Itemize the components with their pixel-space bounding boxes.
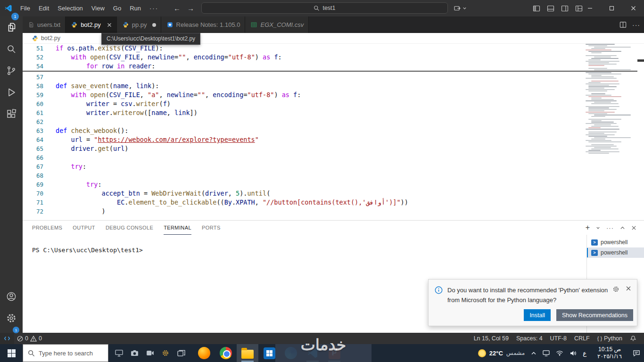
settings-gear-icon[interactable] <box>0 307 23 329</box>
indentation[interactable]: Spaces: 4 <box>513 333 545 344</box>
code-line-52[interactable]: 52 with open(CSV_FILE, newline="", encod… <box>23 53 585 62</box>
run-debug-icon[interactable] <box>0 82 23 103</box>
code-line-72[interactable]: 72 ) <box>23 207 585 216</box>
maximize-button[interactable] <box>601 0 622 16</box>
panel-close-icon[interactable] <box>631 225 636 230</box>
tab-Release Notes: 1.105.0[interactable]: Release Notes: 1.105.0 <box>161 16 246 33</box>
file-explorer-icon[interactable] <box>237 344 258 362</box>
tools-gear-icon[interactable] <box>160 347 171 359</box>
code-line-63[interactable]: 63def check_webook(): <box>23 126 585 135</box>
code-line-54[interactable]: 54 for row in reader: <box>23 62 585 71</box>
source-control-icon[interactable] <box>0 60 23 82</box>
nav-forward-icon[interactable]: → <box>187 4 194 12</box>
code-line-67[interactable]: 67 try: <box>23 162 585 171</box>
settings-badge: 1 <box>13 327 19 333</box>
menu-overflow[interactable]: ··· <box>145 0 163 16</box>
code-line-51[interactable]: 51if os.path.exists(CSV_FILE): <box>23 44 585 53</box>
code-line-60[interactable]: 60 writer = csv.writer(f) <box>23 99 585 108</box>
video-recorder-icon[interactable] <box>144 347 156 359</box>
layout-sidebar-left-icon[interactable] <box>533 5 540 12</box>
line-number: 59 <box>23 90 43 99</box>
code-line-65[interactable]: 65 driver.get(url) <box>23 144 585 153</box>
terminal-instance[interactable]: >powershell <box>587 237 644 247</box>
code-line-69[interactable]: 69 try: <box>23 180 585 189</box>
task-view-icon[interactable] <box>175 347 187 359</box>
menu-selection[interactable]: Selection <box>53 0 87 16</box>
minimize-button[interactable] <box>579 0 601 16</box>
session-icon[interactable] <box>454 5 461 12</box>
chrome-icon[interactable] <box>215 344 237 362</box>
camera-icon[interactable] <box>129 347 140 359</box>
tab-bot2.py[interactable]: bot2.py <box>66 16 117 33</box>
code-line-62[interactable]: 62 <box>23 117 585 126</box>
weather-widget[interactable]: 22°C مشمس <box>478 349 525 357</box>
accounts-icon[interactable] <box>0 286 23 307</box>
tray-volume-icon[interactable] <box>570 350 577 356</box>
menu-edit[interactable]: Edit <box>34 0 53 16</box>
search-sidebar-icon[interactable] <box>0 38 23 60</box>
language-mode[interactable]: { }Python <box>594 333 625 344</box>
minimap[interactable] <box>586 44 637 159</box>
cursor-position[interactable]: Ln 15, Col 59 <box>471 333 512 344</box>
tab-users.txt[interactable]: users.txt <box>23 16 66 33</box>
menu-file[interactable]: File <box>16 0 34 16</box>
menu-go[interactable]: Go <box>109 0 125 16</box>
tray-display-icon[interactable] <box>543 350 550 356</box>
explorer-icon[interactable] <box>0 16 23 38</box>
tab-EGX_COMI.csv[interactable]: EGX_COMI.csv <box>245 16 309 33</box>
problems-status[interactable]: 0 0 <box>14 333 45 344</box>
notification-close-icon[interactable] <box>626 286 631 293</box>
code-line-70[interactable]: 70 accept_btn = WebDriverWait(driver, 5)… <box>23 189 585 198</box>
eol-sequence[interactable]: CRLF <box>571 333 593 344</box>
close-button[interactable] <box>622 0 644 16</box>
layout-panel-icon[interactable] <box>547 5 554 12</box>
new-terminal-icon[interactable]: + <box>586 223 590 232</box>
editor-actions-more-icon[interactable]: ··· <box>632 21 640 29</box>
code-line-57[interactable]: 57 <box>23 73 585 82</box>
firefox-icon[interactable] <box>193 344 215 362</box>
language-indicator[interactable]: ع <box>583 350 586 357</box>
panel-more-icon[interactable]: ··· <box>606 224 614 231</box>
menu-view[interactable]: View <box>87 0 109 16</box>
code-line-66[interactable]: 66 <box>23 153 585 162</box>
menu-run[interactable]: Run <box>125 0 145 16</box>
tab-close-icon[interactable] <box>107 23 112 27</box>
clock[interactable]: 10:15 ص ٢٠٢٥/١/١٦ <box>593 346 627 360</box>
extensions-icon[interactable] <box>0 103 23 125</box>
remote-indicator[interactable] <box>0 333 14 344</box>
encoding[interactable]: UTF-8 <box>547 333 570 344</box>
taskbar-search-input[interactable]: Type here to search <box>23 344 108 362</box>
panel-tab-output[interactable]: OUTPUT <box>73 221 95 235</box>
command-center-search[interactable]: test1 <box>201 2 448 14</box>
code-line-64[interactable]: 64 url = "https://webook.com/ar/explore?… <box>23 135 585 144</box>
panel-tab-terminal[interactable]: TERMINAL <box>164 221 191 235</box>
panel-maximize-icon[interactable] <box>620 225 625 230</box>
tray-wifi-icon[interactable] <box>556 350 563 356</box>
layout-sidebar-right-icon[interactable] <box>561 5 569 12</box>
code-line-71[interactable]: 71 EC.element_to_be_clickable((By.XPATH,… <box>23 198 585 207</box>
screen-capture-icon[interactable] <box>113 347 124 359</box>
powershell-icon: > <box>591 239 598 246</box>
tab-pp.py[interactable]: pp.py <box>117 16 161 33</box>
panel-tab-debug-console[interactable]: DEBUG CONSOLE <box>106 221 153 235</box>
panel-tab-ports[interactable]: PORTS <box>202 221 221 235</box>
notification-settings-gear-icon[interactable] <box>612 286 619 293</box>
chevron-down-icon[interactable] <box>462 6 467 10</box>
code-line-61[interactable]: 61 writer.writerow([name, link]) <box>23 108 585 117</box>
code-line-58[interactable]: 58def save_event(name, link): <box>23 82 585 90</box>
terminal-profile-chevron-icon[interactable] <box>596 226 600 230</box>
nav-back-icon[interactable]: ← <box>173 4 181 12</box>
action-center-icon[interactable] <box>633 350 640 357</box>
code-editor[interactable]: 5758def save_event(name, link):59 with o… <box>23 44 644 220</box>
code-line-59[interactable]: 59 with open(CSV_FILE, "a", newline="", … <box>23 90 585 99</box>
split-editor-icon[interactable] <box>619 21 627 28</box>
install-button[interactable]: Install <box>524 309 551 321</box>
notifications-bell-icon[interactable] <box>627 333 639 344</box>
terminal-output[interactable]: PS C:\Users\ucc\Desktop\test1> <box>32 247 143 254</box>
terminal-instance[interactable]: >powershell <box>587 247 644 258</box>
code-line-68[interactable]: 68 <box>23 171 585 180</box>
show-recommendations-button[interactable]: Show Recommendations <box>556 309 633 321</box>
panel-tab-problems[interactable]: PROBLEMS <box>32 221 62 235</box>
tray-expand-chevron-icon[interactable] <box>531 351 537 355</box>
start-button[interactable] <box>0 344 23 362</box>
